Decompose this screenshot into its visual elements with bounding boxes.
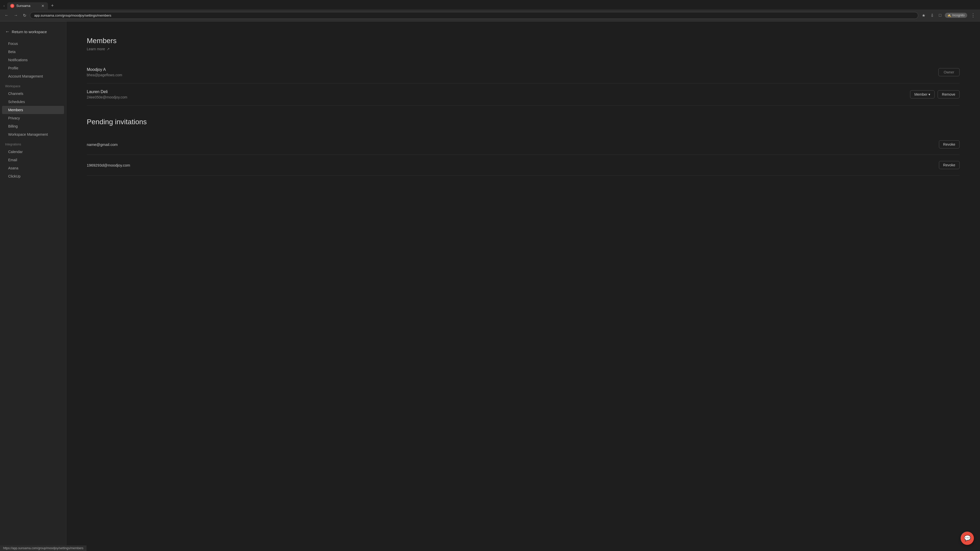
download-button[interactable]: ⇩	[929, 12, 935, 19]
sidebar-item-workspace-management[interactable]: Workspace Management	[2, 130, 64, 138]
member-email: 24ee050e@moodjoy.com	[87, 95, 910, 99]
sidebar-item-beta[interactable]: Beta	[2, 48, 64, 56]
sidebar-integrations-section: CalendarEmailAsanaClickUp	[0, 148, 66, 180]
bookmark-button[interactable]: ★	[920, 12, 927, 19]
sidebar-item-clickup[interactable]: ClickUp	[2, 172, 64, 180]
back-button[interactable]: ←	[3, 12, 10, 19]
member-actions: Member ▾Remove	[910, 90, 959, 98]
pending-list: name@gmail.comRevoke1969293d@moodjoy.com…	[87, 134, 959, 176]
member-actions: Owner	[939, 68, 959, 76]
reload-button[interactable]: ↻	[21, 12, 28, 19]
member-row: Lauren Deli24ee050e@moodjoy.comMember ▾R…	[87, 83, 959, 106]
return-label: Return to workspace	[12, 30, 47, 34]
pending-section: Pending invitations name@gmail.comRevoke…	[87, 118, 959, 176]
member-email: bhea@pageflows.com	[87, 73, 939, 77]
pending-title: Pending invitations	[87, 118, 959, 126]
return-arrow-icon: ←	[5, 29, 10, 35]
active-tab: Sunsama ✕	[7, 2, 48, 10]
tab-list-button[interactable]: ‹	[2, 3, 6, 9]
sidebar-item-focus[interactable]: Focus	[2, 40, 64, 48]
learn-more-label: Learn more	[87, 47, 105, 51]
members-title: Members	[87, 37, 959, 45]
new-tab-button[interactable]: +	[49, 2, 56, 10]
sidebar-item-asana[interactable]: Asana	[2, 164, 64, 172]
sidebar-item-notifications[interactable]: Notifications	[2, 56, 64, 64]
pending-invitation-row: name@gmail.comRevoke	[87, 134, 959, 155]
role-dropdown-button[interactable]: Member ▾	[910, 90, 935, 98]
sidebar-item-privacy[interactable]: Privacy	[2, 114, 64, 122]
sidebar-top-section: FocusBetaNotificationsProfileAccount Man…	[0, 40, 66, 80]
sidebar-workspace-section: ChannelsSchedulesMembersPrivacyBillingWo…	[0, 89, 66, 138]
pending-email: name@gmail.com	[87, 142, 939, 147]
sidebar: ← Return to workspace FocusBetaNotificat…	[0, 21, 66, 551]
pending-invitation-row: 1969293d@moodjoy.comRevoke	[87, 155, 959, 176]
remove-member-button[interactable]: Remove	[938, 90, 959, 98]
integrations-section-label: Integrations	[0, 138, 66, 148]
external-link-icon: ↗	[107, 47, 110, 51]
members-list: Moodjoy Abhea@pageflows.comOwnerLauren D…	[87, 61, 959, 106]
sidebar-item-calendar[interactable]: Calendar	[2, 148, 64, 156]
learn-more-link[interactable]: Learn more ↗	[87, 47, 959, 51]
address-bar[interactable]: app.sunsama.com/group/moodjoy/settings/m…	[30, 12, 918, 19]
main-content: Members Learn more ↗ Moodjoy Abhea@pagef…	[66, 21, 980, 551]
browser-menu-button[interactable]: ⋮	[969, 11, 977, 19]
incognito-label: Incognito	[952, 14, 965, 17]
revoke-invitation-button[interactable]: Revoke	[939, 140, 959, 148]
tab-favicon	[10, 4, 14, 8]
member-info: Lauren Deli24ee050e@moodjoy.com	[87, 89, 910, 99]
owner-badge: Owner	[939, 68, 959, 76]
member-info: Moodjoy Abhea@pageflows.com	[87, 67, 939, 77]
tab-title: Sunsama	[16, 4, 39, 8]
revoke-invitation-button[interactable]: Revoke	[939, 161, 959, 169]
sidebar-toggle-button[interactable]: □	[937, 12, 943, 19]
status-bar: https://app.sunsama.com/group/moodjoy/se…	[0, 545, 86, 551]
return-to-workspace-link[interactable]: ← Return to workspace	[0, 27, 66, 40]
forward-button[interactable]: →	[12, 12, 19, 19]
member-name: Lauren Deli	[87, 89, 910, 94]
member-name: Moodjoy A	[87, 67, 939, 72]
sidebar-item-members[interactable]: Members	[2, 106, 64, 114]
support-chat-button[interactable]: 💬	[961, 532, 974, 545]
sidebar-item-billing[interactable]: Billing	[2, 122, 64, 130]
incognito-badge: 🕵 Incognito	[945, 13, 967, 18]
incognito-icon: 🕵	[947, 14, 951, 17]
sidebar-item-schedules[interactable]: Schedules	[2, 98, 64, 106]
sidebar-item-channels[interactable]: Channels	[2, 89, 64, 98]
member-row: Moodjoy Abhea@pageflows.comOwner	[87, 61, 959, 83]
support-chat-icon: 💬	[964, 535, 971, 541]
sidebar-item-email[interactable]: Email	[2, 156, 64, 164]
tab-close-button[interactable]: ✕	[41, 4, 45, 8]
workspace-section-label: Workspace	[0, 80, 66, 89]
sidebar-item-profile[interactable]: Profile	[2, 64, 64, 72]
pending-email: 1969293d@moodjoy.com	[87, 163, 939, 167]
sidebar-item-account-management[interactable]: Account Management	[2, 72, 64, 80]
url-display: app.sunsama.com/group/moodjoy/settings/m…	[34, 14, 111, 17]
status-url: https://app.sunsama.com/group/moodjoy/se…	[3, 546, 83, 550]
